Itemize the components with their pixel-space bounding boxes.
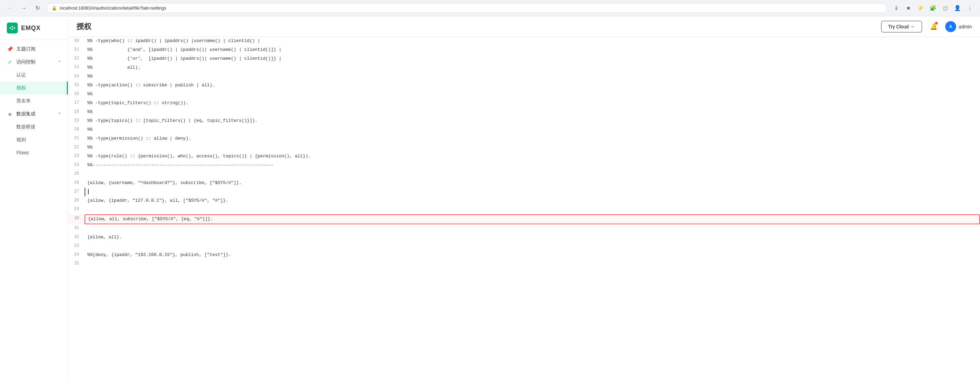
app-header: 授权 Try Cloud → 🔔 A admin bbox=[68, 16, 980, 37]
svg-rect-1 bbox=[11, 26, 13, 27]
line-content: %%{deny, {ipaddr, "192.168.0.15"}, publi… bbox=[84, 251, 980, 259]
code-line-18[interactable]: 18%% bbox=[68, 108, 980, 117]
line-number: 13 bbox=[68, 64, 84, 71]
user-name-label: admin bbox=[959, 24, 972, 29]
chevron-up-icon: ⌃ bbox=[58, 112, 61, 116]
line-number: 23 bbox=[68, 152, 84, 160]
address-bar[interactable]: 🔒 localhost:18083/#/authorization/detail… bbox=[46, 3, 887, 13]
sidebar-item-data-bridge[interactable]: 数据桥接 bbox=[0, 121, 68, 134]
profile-button[interactable]: 👤 bbox=[953, 3, 962, 13]
line-number: 12 bbox=[68, 54, 84, 62]
sidebar-item-label: 访问控制 bbox=[16, 59, 35, 65]
code-line-35[interactable]: 35 bbox=[68, 260, 980, 269]
line-content: {allow, {ipaddr, "127.0.0.1"}, all, ["$S… bbox=[84, 196, 980, 205]
main-content: 授权 Try Cloud → 🔔 A admin 10%% -type(who(… bbox=[68, 16, 980, 383]
code-line-22[interactable]: 22%% bbox=[68, 144, 980, 152]
puzzle-button[interactable]: 🧩 bbox=[928, 3, 938, 13]
line-content: {allow, all}. bbox=[84, 233, 980, 242]
code-line-27[interactable]: 27 bbox=[68, 188, 980, 196]
code-line-28[interactable]: 28{allow, {ipaddr, "127.0.0.1"}, all, ["… bbox=[68, 196, 980, 206]
line-content: %% -type(who() :: ipaddr() | ipaddrs() |… bbox=[84, 37, 980, 45]
code-line-11[interactable]: 11%% {'and', [ipaddr() | ipaddrs()| user… bbox=[68, 46, 980, 54]
line-number: 32 bbox=[68, 233, 84, 240]
line-number: 31 bbox=[68, 224, 84, 231]
notification-badge bbox=[935, 22, 938, 25]
line-content: %% -type(topics() :: [topic_filters() | … bbox=[84, 117, 980, 125]
extension-button[interactable]: ⚡ bbox=[916, 3, 926, 13]
sidebar-item-data-integration[interactable]: ≡ 数据集成 ⌃ bbox=[0, 107, 68, 121]
code-line-21[interactable]: 21%% -type(permission() :: allow | deny)… bbox=[68, 134, 980, 144]
menu-button[interactable]: ⋮ bbox=[965, 3, 975, 13]
sidebar: EMQX 📌 主题订阅 ✓ 访问控制 ⌃ 认证 授权 bbox=[0, 16, 68, 383]
code-line-26[interactable]: 26{allow, {username, "^dashboard?"}, sub… bbox=[68, 179, 980, 188]
forward-button[interactable]: → bbox=[19, 3, 29, 13]
line-number: 14 bbox=[68, 72, 84, 80]
window-button[interactable]: ◻ bbox=[940, 3, 950, 13]
app-container: EMQX 📌 主题订阅 ✓ 访问控制 ⌃ 认证 授权 bbox=[0, 16, 980, 383]
back-button[interactable]: ← bbox=[5, 3, 15, 13]
code-line-31[interactable]: 31 bbox=[68, 224, 980, 233]
code-line-24[interactable]: 24%%------------------------------------… bbox=[68, 161, 980, 170]
sidebar-item-label: 认证 bbox=[16, 72, 26, 78]
line-number: 11 bbox=[68, 46, 84, 53]
line-content: %% {'or', [ipaddr() | ipaddrs()| usernam… bbox=[84, 54, 980, 63]
try-cloud-button[interactable]: Try Cloud → bbox=[881, 21, 922, 32]
line-number: 21 bbox=[68, 134, 84, 142]
code-line-16[interactable]: 16%% bbox=[68, 90, 980, 99]
sidebar-item-access-control[interactable]: ✓ 访问控制 ⌃ bbox=[0, 56, 68, 69]
code-line-20[interactable]: 20%% bbox=[68, 126, 980, 134]
code-line-25[interactable]: 25 bbox=[68, 170, 980, 179]
sidebar-item-label: 规则 bbox=[16, 137, 26, 143]
code-line-23[interactable]: 23%% -type(rule() :: {permission(), who(… bbox=[68, 152, 980, 161]
line-content: %% {'and', [ipaddr() | ipaddrs()| userna… bbox=[84, 46, 980, 54]
avatar: A bbox=[945, 21, 956, 32]
line-number: 28 bbox=[68, 196, 84, 204]
refresh-button[interactable]: ↻ bbox=[33, 3, 42, 13]
sidebar-item-blacklist[interactable]: 黑名单 bbox=[0, 94, 68, 107]
logo-icon bbox=[7, 22, 18, 34]
sidebar-navigation: 📌 主题订阅 ✓ 访问控制 ⌃ 认证 授权 黑名单 ≡ bbox=[0, 40, 68, 383]
line-content: %% -type(topic_filters() :: string()). bbox=[84, 99, 980, 107]
sidebar-item-authz[interactable]: 授权 bbox=[0, 81, 68, 94]
code-line-30[interactable]: 30{allow, all, subscribe, ["$SYS/#", {eq… bbox=[68, 214, 980, 224]
notification-button[interactable]: 🔔 bbox=[928, 21, 940, 33]
code-line-33[interactable]: 33 bbox=[68, 242, 980, 251]
bookmark-button[interactable]: ★ bbox=[904, 3, 913, 13]
code-line-12[interactable]: 12%% {'or', [ipaddr() | ipaddrs()| usern… bbox=[68, 54, 980, 64]
code-line-29[interactable]: 29 bbox=[68, 206, 980, 214]
header-actions: Try Cloud → 🔔 A admin bbox=[881, 21, 972, 33]
line-content: %% all). bbox=[84, 64, 980, 72]
line-content bbox=[84, 206, 980, 207]
line-number: 17 bbox=[68, 99, 84, 106]
line-content bbox=[84, 188, 980, 196]
code-line-15[interactable]: 15%% -type(action() :: subscribe | publi… bbox=[68, 81, 980, 90]
user-info[interactable]: A admin bbox=[945, 21, 972, 32]
code-line-32[interactable]: 32{allow, all}. bbox=[68, 233, 980, 242]
line-number: 33 bbox=[68, 242, 84, 249]
line-number: 30 bbox=[68, 214, 84, 222]
line-number: 24 bbox=[68, 161, 84, 168]
page-title: 授权 bbox=[76, 21, 91, 32]
code-line-10[interactable]: 10%% -type(who() :: ipaddr() | ipaddrs()… bbox=[68, 37, 980, 46]
access-control-icon: ✓ bbox=[7, 59, 13, 65]
sidebar-item-label: 主题订阅 bbox=[16, 46, 35, 52]
line-number: 35 bbox=[68, 260, 84, 267]
code-line-17[interactable]: 17%% -type(topic_filters() :: string()). bbox=[68, 99, 980, 108]
sidebar-item-label: Flows bbox=[16, 150, 29, 155]
sidebar-item-auth[interactable]: 认证 bbox=[0, 69, 68, 81]
code-line-34[interactable]: 34%%{deny, {ipaddr, "192.168.0.15"}, pub… bbox=[68, 251, 980, 260]
browser-bar: ← → ↻ 🔒 localhost:18083/#/authorization/… bbox=[0, 0, 980, 16]
code-line-13[interactable]: 13%% all). bbox=[68, 64, 980, 72]
sidebar-item-subscription[interactable]: 📌 主题订阅 bbox=[0, 43, 68, 56]
sidebar-item-rules[interactable]: 规则 bbox=[0, 134, 68, 147]
code-line-14[interactable]: 14%% bbox=[68, 72, 980, 81]
line-number: 34 bbox=[68, 251, 84, 258]
line-content: %% bbox=[84, 126, 980, 134]
sidebar-item-flows[interactable]: Flows bbox=[0, 147, 68, 159]
code-editor[interactable]: 10%% -type(who() :: ipaddr() | ipaddrs()… bbox=[68, 37, 980, 383]
line-number: 15 bbox=[68, 81, 84, 88]
code-line-19[interactable]: 19%% -type(topics() :: [topic_filters() … bbox=[68, 117, 980, 126]
line-content bbox=[84, 260, 980, 261]
downloads-button[interactable]: ⇓ bbox=[891, 3, 901, 13]
line-content: %% bbox=[84, 90, 980, 99]
